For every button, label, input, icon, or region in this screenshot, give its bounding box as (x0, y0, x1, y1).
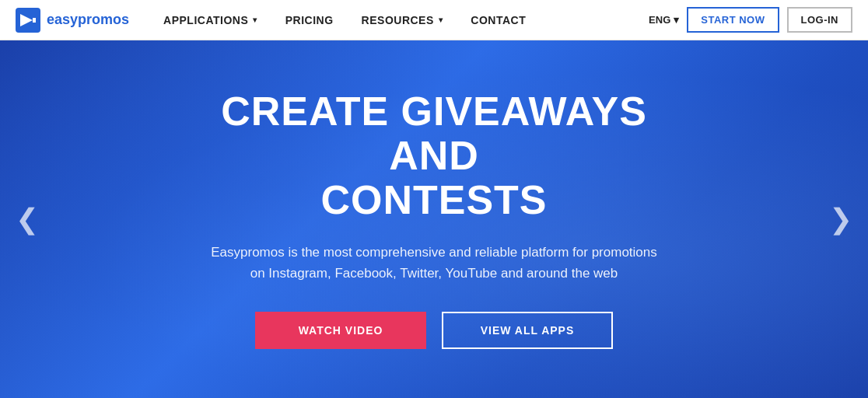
watch-video-button[interactable]: WATCH VIDEO (255, 312, 426, 349)
language-selector[interactable]: ENG ▾ (649, 14, 679, 26)
applications-chevron-icon: ▾ (253, 16, 257, 24)
carousel-next-button[interactable]: ❯ (821, 195, 860, 243)
nav-links: APPLICATIONS ▾ PRICING RESOURCES ▾ CONTA… (152, 0, 649, 40)
login-button[interactable]: LOG-IN (787, 7, 853, 33)
nav-applications[interactable]: APPLICATIONS ▾ (152, 0, 268, 40)
navbar: easypromos APPLICATIONS ▾ PRICING RESOUR… (0, 0, 868, 40)
nav-contact[interactable]: CONTACT (460, 0, 537, 40)
logo[interactable]: easypromos (16, 8, 129, 33)
resources-chevron-icon: ▾ (439, 16, 443, 24)
lang-chevron-icon: ▾ (674, 14, 679, 26)
start-now-button[interactable]: START NOW (687, 7, 779, 33)
svg-rect-2 (33, 18, 36, 23)
nav-right: ENG ▾ START NOW LOG-IN (649, 7, 852, 33)
logo-icon (16, 8, 40, 33)
brand-name: easypromos (47, 12, 129, 28)
nav-resources[interactable]: RESOURCES ▾ (351, 0, 454, 40)
view-all-apps-button[interactable]: VIEW ALL APPS (442, 312, 613, 349)
hero-title: CREATE GIVEAWAYS AND CONTESTS (208, 89, 660, 223)
hero-section: ❮ CREATE GIVEAWAYS AND CONTESTS Easyprom… (0, 40, 868, 398)
nav-pricing[interactable]: PRICING (275, 0, 345, 40)
hero-content: CREATE GIVEAWAYS AND CONTESTS Easypromos… (193, 89, 675, 349)
hero-subtitle: Easypromos is the most comprehensive and… (208, 242, 660, 284)
carousel-prev-button[interactable]: ❮ (8, 195, 47, 243)
hero-buttons: WATCH VIDEO VIEW ALL APPS (208, 312, 660, 349)
